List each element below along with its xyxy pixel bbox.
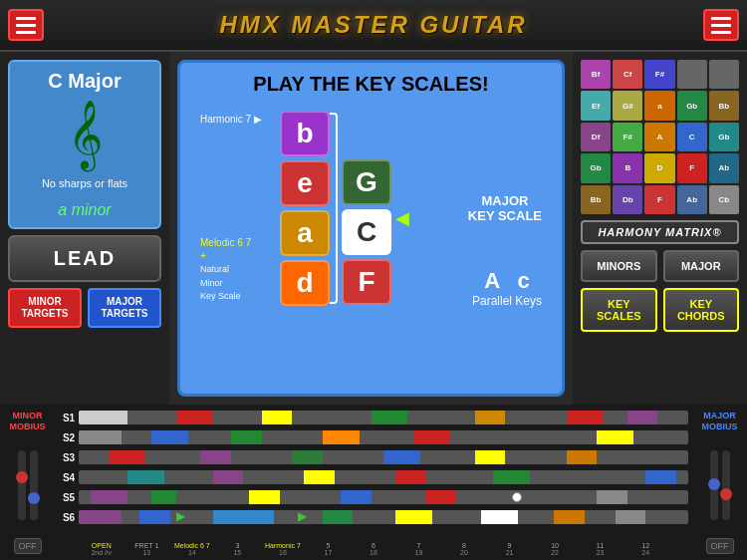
parallel-keys-label: Parallel Keys (472, 294, 542, 308)
key-scales-label: KEYSCALES (597, 298, 641, 322)
lead-button[interactable]: LEAD (8, 235, 161, 282)
fret-label-8: 8 (441, 542, 487, 549)
main-area: C Major 𝄞 No sharps or flats a minor LEA… (0, 52, 747, 405)
hm-cell-gb[interactable]: Gb (677, 91, 707, 120)
key-chords-button[interactable]: KEYCHORDS (663, 288, 740, 332)
key-F[interactable]: F (342, 259, 391, 305)
hm-cell-cb[interactable]: Cb (709, 185, 739, 214)
target-buttons: MINORTARGETS MAJORTARGETS (8, 288, 161, 328)
hm-cell-db1[interactable]: Df (581, 123, 611, 151)
menu-line-4 (711, 17, 731, 20)
string-label-s3: S3 (59, 452, 79, 463)
fret-label-melodic: Melodic 6 7 (169, 542, 215, 549)
left-side-control: MINORMOBIUS OFF (0, 405, 55, 560)
string-label-s6: S6 (59, 512, 79, 523)
major-mobius-off-button[interactable]: OFF (706, 538, 734, 554)
key-G[interactable]: G (342, 159, 391, 205)
hm-cell-bb[interactable]: Bb (709, 91, 739, 120)
right-menu-button[interactable] (703, 9, 739, 41)
string-frets-s3[interactable] (79, 450, 688, 464)
melodic-label: Melodic 6 7 + NaturalMinorKey Scale (200, 236, 275, 303)
hm-cell-b[interactable]: B (613, 153, 642, 182)
key-minor: a minor (58, 201, 111, 219)
string-row-s3: S3 (59, 448, 688, 466)
string-label-s4: S4 (59, 472, 79, 483)
string-row-s4: S4 (59, 468, 688, 486)
hm-cell-d[interactable]: D (644, 153, 674, 182)
hm-cell-cf[interactable]: Cf (613, 60, 642, 89)
right-panel: Bf Cf F# Ef G# a Gb Bb Df F# A C Gb Gb B… (573, 52, 747, 405)
fret-label-11: 11 (578, 542, 623, 549)
hm-cell-a2[interactable]: A (644, 123, 674, 151)
hm-cell-ab2[interactable]: Ab (677, 185, 707, 214)
major-targets-button[interactable]: MAJORTARGETS (88, 288, 161, 328)
key-a[interactable]: a (280, 210, 330, 256)
string-row-s1: S1 (59, 409, 688, 426)
major-mobius-label: MAJORMOBIUS (702, 411, 738, 432)
string-frets-s5[interactable] (79, 490, 688, 504)
parallel-keys-display: A c Parallel Keys (472, 268, 542, 308)
key-b[interactable]: b (280, 111, 330, 156)
fret-label-12: 12 (622, 542, 668, 549)
parallel-key-c: c (518, 268, 530, 293)
fretboard: S1 S2 (55, 405, 692, 560)
menu-line-1 (16, 17, 36, 20)
fret-num-22: 22 (532, 549, 578, 556)
hm-cell-f[interactable]: F (677, 153, 707, 182)
hm-cell-eb[interactable]: Gb (709, 123, 739, 151)
hm-cell-gb2[interactable]: Gb (581, 153, 611, 182)
string-frets-s2[interactable] (79, 430, 688, 444)
string-frets-s4[interactable] (79, 470, 688, 484)
fret-label-7: 7 (396, 542, 442, 549)
minors-button[interactable]: MINORS (581, 250, 657, 282)
key-C[interactable]: C (342, 209, 391, 255)
left-menu-button[interactable] (8, 9, 44, 41)
fret-num-24: 24 (622, 549, 668, 556)
hm-cell-a[interactable]: a (644, 91, 674, 120)
key-title: C Major (48, 70, 121, 93)
menu-line-6 (711, 31, 731, 34)
key-description: No sharps or flats (42, 177, 127, 189)
string-frets-s1[interactable] (79, 411, 688, 424)
fret-label-open: OPEN (79, 542, 124, 549)
hm-cell-c[interactable]: C (677, 123, 707, 151)
key-info-box: C Major 𝄞 No sharps or flats a minor (8, 60, 161, 229)
fret-num-20: 20 (441, 549, 487, 556)
string-label-s5: S5 (59, 492, 79, 503)
minor-mobius-slider-1[interactable] (18, 450, 26, 520)
minor-mobius-slider-2[interactable] (30, 450, 38, 520)
fret-num-15: 15 (215, 549, 261, 556)
fret-label-1: FRET 1 (124, 542, 170, 549)
hm-cell-bf[interactable]: Bf (581, 60, 611, 89)
key-e[interactable]: e (280, 160, 330, 206)
hm-cell-fs2[interactable]: F# (613, 123, 642, 151)
string-rows: S1 S2 (55, 409, 692, 540)
major-mobius-slider-1[interactable] (710, 450, 718, 520)
minor-mobius-off-button[interactable]: OFF (14, 538, 42, 554)
hm-cell-fs[interactable]: F# (644, 60, 674, 89)
major-targets-label: MAJORTARGETS (101, 296, 147, 319)
scales-chords-row: KEYSCALES KEYCHORDS (581, 288, 739, 332)
hm-cell-empty1 (677, 60, 707, 89)
key-d[interactable]: d (280, 260, 330, 306)
minor-targets-button[interactable]: MINORTARGETS (8, 288, 82, 328)
hm-cell-db2[interactable]: Db (613, 185, 642, 214)
major-mobius-slider-2[interactable] (722, 450, 730, 520)
major-button[interactable]: MAJOR (663, 250, 740, 282)
key-scales-button[interactable]: KEYSCALES (581, 288, 657, 332)
fret-label-6: 6 (351, 542, 396, 549)
melodic-arrow-icon: ▶ (176, 510, 185, 523)
fret-num-21: 21 (487, 549, 533, 556)
fret-num-19: 19 (396, 549, 442, 556)
bottom-area: MINORMOBIUS OFF S1 (0, 405, 747, 560)
minors-major-row: MINORS MAJOR (581, 250, 739, 282)
center-panel: PLAY THE KEY SCALES! Harmonic 7 ▶ Melodi… (169, 52, 573, 405)
hm-cell-ab[interactable]: Ab (709, 153, 739, 182)
fret-label-harmonic: Harmonic 7 (260, 542, 306, 549)
string-frets-s6[interactable]: ▶ ▶ (79, 510, 688, 524)
hm-cell-f2[interactable]: F (644, 185, 674, 214)
string-row-s5: S5 (59, 488, 688, 506)
hm-cell-bb2[interactable]: Bb (581, 185, 611, 214)
hm-cell-ef[interactable]: Ef (581, 91, 611, 120)
hm-cell-gs[interactable]: G# (613, 91, 642, 120)
